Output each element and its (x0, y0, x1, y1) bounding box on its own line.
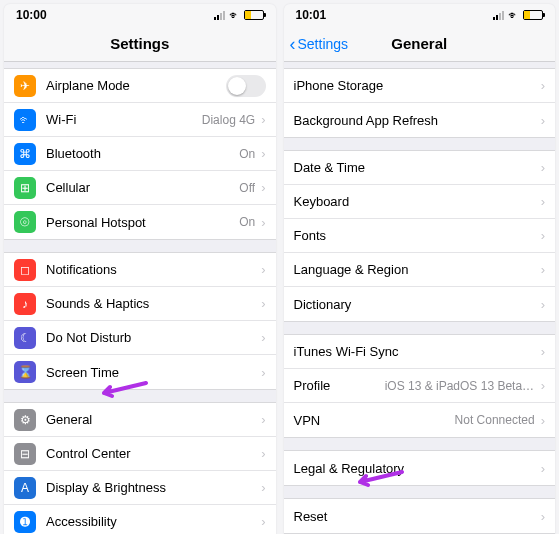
row-label: Accessibility (46, 514, 261, 529)
controlcenter-icon: ⊟ (14, 443, 36, 465)
nav-bar: Settings (4, 26, 276, 62)
chevron-right-icon: › (261, 412, 265, 427)
row-display-brightness[interactable]: ADisplay & Brightness› (4, 471, 276, 505)
group-legal: Legal & Regulatory› (284, 450, 556, 486)
row-do-not-disturb[interactable]: ☾Do Not Disturb› (4, 321, 276, 355)
group-notifications: ◻Notifications›♪Sounds & Haptics›☾Do Not… (4, 252, 276, 390)
chevron-right-icon: › (541, 262, 545, 277)
row-wi-fi[interactable]: ᯤWi-FiDialog 4G› (4, 103, 276, 137)
row-bluetooth[interactable]: ⌘BluetoothOn› (4, 137, 276, 171)
general-list[interactable]: iPhone Storage›Background App Refresh› D… (284, 62, 556, 534)
group-locale: Date & Time›Keyboard›Fonts›Language & Re… (284, 150, 556, 322)
row-reset[interactable]: Reset› (284, 499, 556, 533)
page-title: General (391, 35, 447, 52)
chevron-right-icon: › (261, 446, 265, 461)
chevron-right-icon: › (541, 378, 545, 393)
row-control-center[interactable]: ⊟Control Center› (4, 437, 276, 471)
group-general: ⚙General›⊟Control Center›ADisplay & Brig… (4, 402, 276, 534)
chevron-right-icon: › (541, 344, 545, 359)
chevron-right-icon: › (541, 194, 545, 209)
row-itunes-wi-fi-sync[interactable]: iTunes Wi-Fi Sync› (284, 335, 556, 369)
general-screen: 10:01 ᯤ ‹ Settings General iPhone Storag… (284, 4, 556, 534)
row-accessibility[interactable]: ➊Accessibility› (4, 505, 276, 534)
chevron-right-icon: › (261, 215, 265, 230)
row-detail: On (239, 147, 255, 161)
row-legal-regulatory[interactable]: Legal & Regulatory› (284, 451, 556, 485)
row-label: Date & Time (294, 160, 541, 175)
row-sounds-haptics[interactable]: ♪Sounds & Haptics› (4, 287, 276, 321)
signal-icon (214, 11, 225, 20)
row-detail: Not Connected (455, 413, 535, 427)
row-detail: Off (239, 181, 255, 195)
cellular-icon: ⊞ (14, 177, 36, 199)
row-dictionary[interactable]: Dictionary› (284, 287, 556, 321)
row-label: Profile (294, 378, 385, 393)
row-label: iPhone Storage (294, 78, 541, 93)
chevron-right-icon: › (541, 297, 545, 312)
settings-list[interactable]: ✈Airplane ModeᯤWi-FiDialog 4G›⌘Bluetooth… (4, 62, 276, 534)
group-storage: iPhone Storage›Background App Refresh› (284, 68, 556, 138)
chevron-left-icon: ‹ (290, 35, 296, 53)
row-label: VPN (294, 413, 455, 428)
row-label: Wi-Fi (46, 112, 202, 127)
battery-icon (523, 10, 543, 20)
row-label: Sounds & Haptics (46, 296, 261, 311)
nav-bar: ‹ Settings General (284, 26, 556, 62)
row-language-region[interactable]: Language & Region› (284, 253, 556, 287)
wifi-icon: ᯤ (14, 109, 36, 131)
wifi-status-icon: ᯤ (229, 9, 240, 21)
chevron-right-icon: › (261, 480, 265, 495)
row-keyboard[interactable]: Keyboard› (284, 185, 556, 219)
row-general[interactable]: ⚙General› (4, 403, 276, 437)
row-screen-time[interactable]: ⌛Screen Time› (4, 355, 276, 389)
row-background-app-refresh[interactable]: Background App Refresh› (284, 103, 556, 137)
chevron-right-icon: › (541, 228, 545, 243)
row-vpn[interactable]: VPNNot Connected› (284, 403, 556, 437)
sounds-icon: ♪ (14, 293, 36, 315)
row-date-time[interactable]: Date & Time› (284, 151, 556, 185)
row-cellular[interactable]: ⊞CellularOff› (4, 171, 276, 205)
chevron-right-icon: › (261, 365, 265, 380)
battery-icon (244, 10, 264, 20)
group-sync: iTunes Wi-Fi Sync›ProfileiOS 13 & iPadOS… (284, 334, 556, 438)
chevron-right-icon: › (541, 78, 545, 93)
row-label: Do Not Disturb (46, 330, 261, 345)
row-personal-hotspot[interactable]: ⦾Personal HotspotOn› (4, 205, 276, 239)
settings-screen: 10:00 ᯤ Settings ✈Airplane ModeᯤWi-FiDia… (4, 4, 276, 534)
row-label: Display & Brightness (46, 480, 261, 495)
row-detail: On (239, 215, 255, 229)
accessibility-icon: ➊ (14, 511, 36, 533)
chevron-right-icon: › (261, 514, 265, 529)
notifications-icon: ◻ (14, 259, 36, 281)
dnd-icon: ☾ (14, 327, 36, 349)
row-label: Personal Hotspot (46, 215, 239, 230)
row-label: Dictionary (294, 297, 541, 312)
hotspot-icon: ⦾ (14, 211, 36, 233)
chevron-right-icon: › (261, 262, 265, 277)
group-reset: Reset› (284, 498, 556, 534)
row-detail: iOS 13 & iPadOS 13 Beta Software Pr... (385, 379, 535, 393)
row-label: Bluetooth (46, 146, 239, 161)
row-airplane-mode[interactable]: ✈Airplane Mode (4, 69, 276, 103)
signal-icon (493, 11, 504, 20)
toggle-switch[interactable] (226, 75, 266, 97)
row-notifications[interactable]: ◻Notifications› (4, 253, 276, 287)
status-indicators: ᯤ (493, 9, 543, 21)
row-detail: Dialog 4G (202, 113, 255, 127)
chevron-right-icon: › (541, 509, 545, 524)
row-label: Language & Region (294, 262, 541, 277)
chevron-right-icon: › (261, 112, 265, 127)
row-label: Screen Time (46, 365, 261, 380)
row-iphone-storage[interactable]: iPhone Storage› (284, 69, 556, 103)
row-label: Cellular (46, 180, 239, 195)
bluetooth-icon: ⌘ (14, 143, 36, 165)
page-title: Settings (110, 35, 169, 52)
group-connectivity: ✈Airplane ModeᯤWi-FiDialog 4G›⌘Bluetooth… (4, 68, 276, 240)
row-label: Airplane Mode (46, 78, 226, 93)
airplane-icon: ✈ (14, 75, 36, 97)
row-label: Control Center (46, 446, 261, 461)
row-fonts[interactable]: Fonts› (284, 219, 556, 253)
chevron-right-icon: › (261, 330, 265, 345)
row-profile[interactable]: ProfileiOS 13 & iPadOS 13 Beta Software … (284, 369, 556, 403)
back-button[interactable]: ‹ Settings (290, 35, 349, 53)
